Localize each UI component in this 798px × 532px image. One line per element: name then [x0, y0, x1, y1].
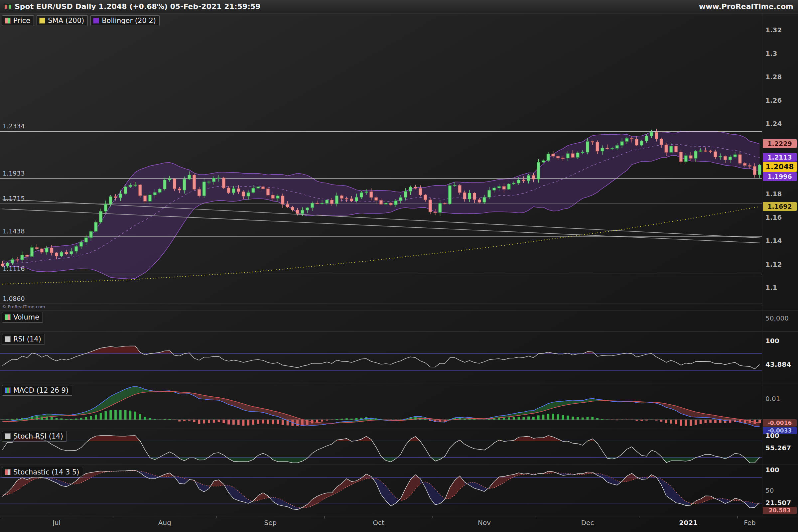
volume-legend: Volume [2, 312, 43, 323]
chart-title: Spot EUR/USD Daily 1.2048 (+0.68%) 05-Fe… [15, 0, 261, 13]
macd-legend: MACD (12 26 9) [2, 385, 72, 396]
stochastic-legend: Stochastic (14 3 5) [2, 467, 83, 477]
legend-price-label: Price [13, 17, 30, 25]
legend-price[interactable]: Price [2, 15, 34, 26]
legend-volume[interactable]: Volume [2, 312, 43, 323]
price-axis[interactable] [762, 13, 798, 516]
legend-bollinger[interactable]: Bollinger (20 2) [91, 15, 159, 26]
time-axis[interactable] [0, 516, 798, 532]
price-icon [5, 18, 11, 24]
legend-sma-label: SMA (200) [48, 17, 84, 25]
sma-icon [39, 18, 45, 24]
header: Spot EUR/USD Daily 1.2048 (+0.68%) 05-Fe… [0, 0, 798, 13]
legend-rsi-label: RSI (14) [13, 335, 41, 343]
volume-icon [5, 314, 11, 320]
legend-stochastic[interactable]: Stochastic (14 3 5) [2, 467, 83, 477]
prorealtime-window: Spot EUR/USD Daily 1.2048 (+0.68%) 05-Fe… [0, 0, 798, 532]
stochastic-icon [5, 469, 11, 475]
rsi-icon [5, 336, 11, 342]
legend-volume-label: Volume [13, 313, 39, 321]
rsi-legend: RSI (14) [2, 334, 45, 344]
legend-stochastic-label: Stochastic (14 3 5) [13, 468, 79, 476]
website-link[interactable]: www.ProRealTime.com [699, 0, 793, 13]
legend-macd[interactable]: MACD (12 26 9) [2, 385, 72, 396]
stoch-rsi-legend: Stoch RSI (14) [2, 431, 67, 441]
stoch-rsi-icon [5, 433, 11, 439]
chart-canvas[interactable] [0, 0, 798, 532]
watermark: © ProRealTime.com [2, 305, 45, 309]
legend-rsi[interactable]: RSI (14) [2, 334, 45, 344]
chart-svg[interactable] [0, 0, 798, 532]
legend-stoch-rsi-label: Stoch RSI (14) [13, 432, 63, 440]
header-title-group: Spot EUR/USD Daily 1.2048 (+0.68%) 05-Fe… [5, 0, 261, 13]
legend-bollinger-label: Bollinger (20 2) [102, 17, 156, 25]
legend-stoch-rsi[interactable]: Stoch RSI (14) [2, 431, 67, 441]
legend-sma[interactable]: SMA (200) [37, 15, 88, 26]
macd-icon [5, 387, 11, 393]
legend-macd-label: MACD (12 26 9) [13, 386, 69, 394]
bollinger-icon [93, 18, 99, 24]
app-icon [5, 5, 7, 8]
app-icon [8, 5, 11, 8]
main-legend: Price SMA (200) Bollinger (20 2) [2, 15, 159, 26]
